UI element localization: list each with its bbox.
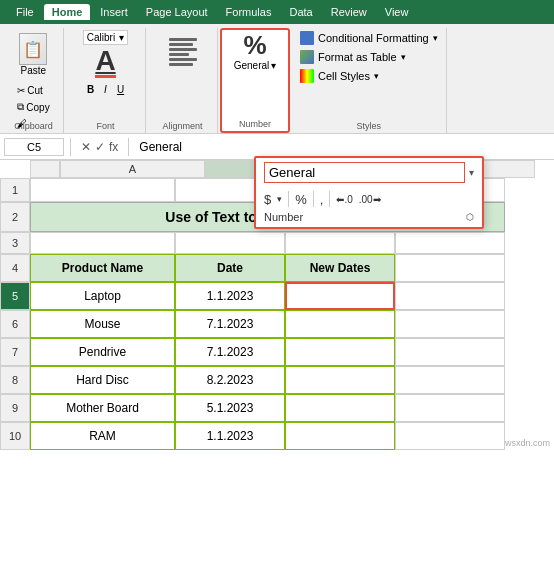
cell-a1[interactable]	[30, 178, 175, 202]
confirm-formula-icon[interactable]: ✓	[95, 140, 105, 154]
cell-b10[interactable]: 1.1.2023	[175, 422, 285, 450]
cell-c8[interactable]	[285, 366, 395, 394]
row-header-2[interactable]: 2	[0, 202, 30, 232]
row-header-1[interactable]: 1	[0, 178, 30, 202]
cell-d10[interactable]	[395, 422, 505, 450]
sheet-row-9: 9 Mother Board 5.1.2023	[0, 394, 554, 422]
align-line-5	[169, 58, 197, 61]
alignment-lines	[169, 38, 197, 66]
insert-function-icon[interactable]: fx	[109, 140, 118, 154]
cell-d7[interactable]	[395, 338, 505, 366]
cell-b5[interactable]: 1.1.2023	[175, 282, 285, 310]
number-expand-icon[interactable]: ⬡	[466, 212, 474, 222]
cell-d8[interactable]	[395, 366, 505, 394]
number-dropdown-arrow[interactable]: ▾	[469, 167, 474, 178]
cell-c9[interactable]	[285, 394, 395, 422]
cell-styles-icon	[300, 69, 314, 83]
clipboard-label: Clipboard	[4, 121, 63, 131]
menu-view[interactable]: View	[377, 4, 417, 20]
cell-styles-arrow[interactable]: ▾	[374, 71, 379, 81]
cell-d9[interactable]	[395, 394, 505, 422]
cell-d4[interactable]	[395, 254, 505, 282]
row-header-6[interactable]: 6	[0, 310, 30, 338]
number-format-arrow[interactable]: ▾	[271, 60, 276, 71]
copy-button[interactable]: ⧉Copy	[14, 99, 52, 115]
alignment-group: Alignment	[148, 28, 218, 133]
paste-button[interactable]: 📋 Paste	[14, 30, 52, 79]
font-group: Calibri ▾ A B I U Font	[66, 28, 146, 133]
header-product-name[interactable]: Product Name	[30, 254, 175, 282]
cell-a5[interactable]: Laptop	[30, 282, 175, 310]
watermark: wsxdn.com	[505, 438, 550, 448]
menu-data[interactable]: Data	[281, 4, 320, 20]
header-date[interactable]: Date	[175, 254, 285, 282]
comma-icon[interactable]: ,	[320, 192, 324, 207]
cell-a10[interactable]: RAM	[30, 422, 175, 450]
cell-a8[interactable]: Hard Disc	[30, 366, 175, 394]
nf-separator-1	[288, 191, 289, 207]
col-header-a[interactable]: A	[60, 160, 205, 178]
cell-a9[interactable]: Mother Board	[30, 394, 175, 422]
row-header-9[interactable]: 9	[0, 394, 30, 422]
header-new-dates[interactable]: New Dates	[285, 254, 395, 282]
underline-button[interactable]: U	[113, 82, 128, 97]
cell-c5[interactable]	[285, 282, 395, 310]
percent-icon: %	[243, 32, 266, 58]
cell-d5[interactable]	[395, 282, 505, 310]
cell-d6[interactable]	[395, 310, 505, 338]
cell-c3[interactable]	[285, 232, 395, 254]
row-header-4[interactable]: 4	[0, 254, 30, 282]
font-name-arrow[interactable]: ▾	[119, 32, 124, 43]
alignment-label: Alignment	[148, 121, 217, 131]
conditional-formatting-label: Conditional Formatting	[318, 32, 429, 44]
cut-button[interactable]: ✂Cut	[14, 83, 52, 98]
percent-format-icon[interactable]: %	[295, 192, 307, 207]
cell-b7[interactable]: 7.1.2023	[175, 338, 285, 366]
styles-label: Styles	[292, 121, 446, 131]
cell-c6[interactable]	[285, 310, 395, 338]
cell-a3[interactable]	[30, 232, 175, 254]
number-format-dropdown[interactable]: General	[234, 60, 270, 71]
cell-b6[interactable]: 7.1.2023	[175, 310, 285, 338]
row-header-8[interactable]: 8	[0, 366, 30, 394]
menu-home[interactable]: Home	[44, 4, 91, 20]
font-underline-icon: A	[95, 47, 115, 78]
cell-b3[interactable]	[175, 232, 285, 254]
cancel-formula-icon[interactable]: ✕	[81, 140, 91, 154]
number-format-icons: $ ▾ % , ⬅.0 .00➡	[256, 187, 482, 209]
formula-input[interactable]	[135, 140, 550, 154]
decimal-decrease-icon[interactable]: .00➡	[359, 194, 381, 205]
conditional-formatting-button[interactable]: Conditional Formatting ▾	[298, 30, 440, 46]
format-as-table-arrow[interactable]: ▾	[401, 52, 406, 62]
decimal-increase-icon[interactable]: ⬅.0	[336, 194, 352, 205]
format-as-table-icon	[300, 50, 314, 64]
menu-page-layout[interactable]: Page Layout	[138, 4, 216, 20]
cell-b9[interactable]: 5.1.2023	[175, 394, 285, 422]
font-name-dropdown[interactable]: Calibri	[87, 32, 115, 43]
row-header-7[interactable]: 7	[0, 338, 30, 366]
cell-b8[interactable]: 8.2.2023	[175, 366, 285, 394]
cell-c7[interactable]	[285, 338, 395, 366]
row-header-10[interactable]: 10	[0, 422, 30, 450]
cell-styles-button[interactable]: Cell Styles ▾	[298, 68, 440, 84]
italic-button[interactable]: I	[100, 82, 111, 97]
cell-a6[interactable]: Mouse	[30, 310, 175, 338]
dollar-icon[interactable]: $	[264, 192, 271, 207]
menu-file[interactable]: File	[8, 4, 42, 20]
align-line-1	[169, 38, 197, 41]
conditional-formatting-icon	[300, 31, 314, 45]
dollar-dropdown-arrow[interactable]: ▾	[277, 194, 282, 204]
cell-c10[interactable]	[285, 422, 395, 450]
menu-review[interactable]: Review	[323, 4, 375, 20]
conditional-formatting-arrow[interactable]: ▾	[433, 33, 438, 43]
format-as-table-button[interactable]: Format as Table ▾	[298, 49, 440, 65]
row-header-3[interactable]: 3	[0, 232, 30, 254]
menu-formulas[interactable]: Formulas	[218, 4, 280, 20]
row-header-5[interactable]: 5	[0, 282, 30, 310]
bold-button[interactable]: B	[83, 82, 98, 97]
paste-label: Paste	[21, 65, 47, 76]
paste-icon: 📋	[19, 33, 47, 65]
menu-insert[interactable]: Insert	[92, 4, 136, 20]
cell-a7[interactable]: Pendrive	[30, 338, 175, 366]
cell-d3[interactable]	[395, 232, 505, 254]
